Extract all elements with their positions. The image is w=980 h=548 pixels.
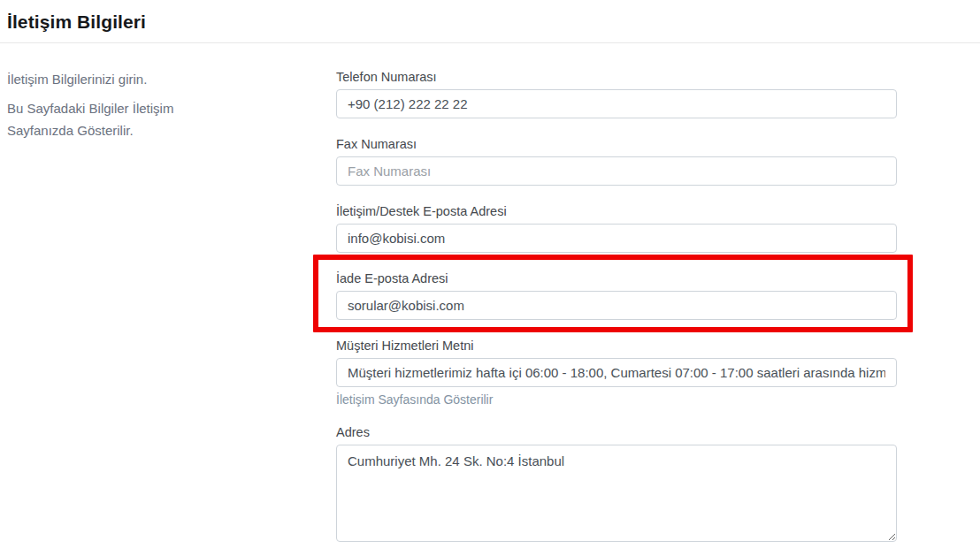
support-email-input[interactable] xyxy=(336,224,897,253)
section-description: İletişim Bilgilerinizi girin. Bu Sayfada… xyxy=(0,68,336,548)
address-field-group: Adres xyxy=(336,423,897,542)
section-description-line2: Bu Sayfadaki Bilgiler İletişim Sayfanızd… xyxy=(7,97,228,141)
customer-service-label: Müşteri Hizmetleri Metni xyxy=(336,337,897,354)
customer-service-field-group: Müşteri Hizmetleri Metni İletişim Sayfas… xyxy=(336,337,897,407)
fax-input[interactable] xyxy=(336,156,897,186)
fax-field-group: Fax Numarası xyxy=(336,135,897,186)
support-email-field-group: İletişim/Destek E-posta Adresi xyxy=(336,202,897,253)
customer-service-input[interactable] xyxy=(336,358,897,387)
support-email-label: İletişim/Destek E-posta Adresi xyxy=(336,202,897,220)
address-label: Adres xyxy=(336,423,897,441)
contact-info-page: İletişim Bilgileri İletişim Bilgileriniz… xyxy=(0,0,980,548)
phone-input[interactable] xyxy=(336,89,897,118)
page-title: İletişim Bilgileri xyxy=(7,11,973,33)
contact-form: Telefon Numarası Fax Numarası İletişim/D… xyxy=(336,68,897,548)
return-email-field-group: İade E-posta Adresi xyxy=(336,270,897,320)
return-email-input[interactable] xyxy=(336,291,897,320)
phone-field-group: Telefon Numarası xyxy=(336,68,897,118)
section-description-line1: İletişim Bilgilerinizi girin. xyxy=(7,68,228,90)
content: İletişim Bilgilerinizi girin. Bu Sayfada… xyxy=(0,43,980,548)
fax-label: Fax Numarası xyxy=(336,135,897,153)
customer-service-helper-text: İletişim Sayfasında Gösterilir xyxy=(336,392,897,407)
page-header: İletişim Bilgileri xyxy=(0,0,980,42)
phone-label: Telefon Numarası xyxy=(336,68,897,86)
return-email-label: İade E-posta Adresi xyxy=(336,270,897,287)
address-textarea[interactable] xyxy=(336,445,897,542)
